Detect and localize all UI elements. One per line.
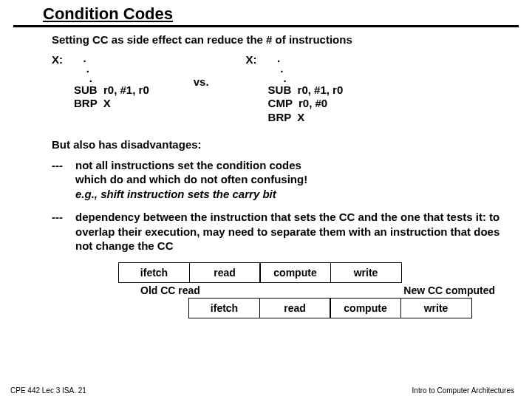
pipeline-diagram: ifetch read compute write Old CC read Ne…: [118, 262, 502, 318]
bullet-2-text: dependency between the instruction that …: [75, 210, 502, 253]
stage-read: read: [259, 298, 331, 318]
bullet-1-line3: e.g., shift instruction sets the carry b…: [75, 187, 307, 202]
stage-compute: compute: [259, 262, 331, 283]
slide-body: Setting CC as side effect can reduce the…: [0, 27, 532, 318]
code-right-dots: . . .: [268, 53, 344, 83]
bullet-2: --- dependency between the instruction t…: [52, 210, 502, 253]
slide-title: Condition Codes: [0, 0, 532, 25]
code-left-lines: SUB r0, #1, r0 BRP X: [74, 83, 149, 112]
anno-new-cc: New CC computed: [403, 284, 495, 296]
stage-write: write: [400, 298, 472, 318]
stage-ifetch: ifetch: [188, 298, 260, 318]
footer-left: CPE 442 Lec 3 ISA. 21: [10, 386, 86, 395]
pipeline-row-2: ifetch read compute write: [188, 298, 502, 318]
slide-footer: CPE 442 Lec 3 ISA. 21 Intro to Computer …: [0, 386, 532, 395]
dash-icon: ---: [52, 158, 75, 202]
dash-icon: ---: [52, 210, 75, 253]
stage-write: write: [330, 262, 402, 283]
disadvantages-heading: But also has disadvantages:: [52, 138, 502, 151]
footer-right: Intro to Computer Architectures: [412, 386, 514, 395]
bullet-1-line1: not all instructions set the condition c…: [75, 158, 307, 173]
stage-read: read: [189, 262, 261, 283]
intro-text: Setting CC as side effect can reduce the…: [52, 33, 502, 46]
anno-old-cc: Old CC read: [140, 284, 200, 296]
pipeline-annotations: Old CC read New CC computed: [118, 283, 495, 298]
code-right-label: X:: [246, 53, 268, 125]
stage-ifetch: ifetch: [118, 262, 190, 283]
vs-label: vs.: [194, 75, 209, 88]
code-right-lines: SUB r0, #1, r0 CMP r0, #0 BRP X: [268, 83, 344, 125]
code-left: X: . . . SUB r0, #1, r0 BRP X: [52, 53, 149, 111]
pipeline-row-1: ifetch read compute write: [118, 262, 502, 283]
code-left-dots: . . .: [74, 53, 149, 83]
code-right: X: . . . SUB r0, #1, r0 CMP r0, #0 BRP X: [246, 53, 344, 125]
bullet-1: --- not all instructions set the conditi…: [52, 158, 502, 202]
code-left-label: X:: [52, 53, 74, 111]
code-comparison: X: . . . SUB r0, #1, r0 BRP X vs. X: . .…: [52, 53, 502, 125]
stage-compute: compute: [330, 298, 401, 318]
bullet-1-line2: which do and which do not often confusin…: [75, 172, 307, 187]
